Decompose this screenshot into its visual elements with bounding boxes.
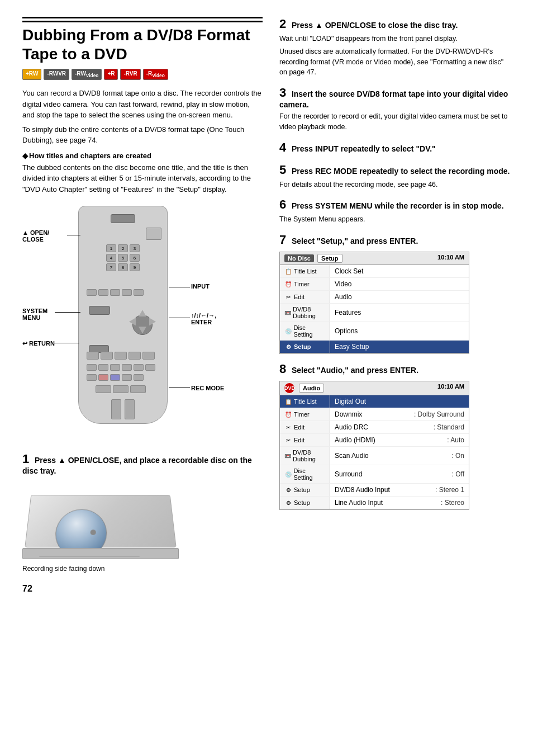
step-7-title: Select "Setup," and press ENTER. <box>292 237 418 245</box>
step-2-body2: Unused discs are automatically formatted… <box>279 46 511 78</box>
tall-btn-2 <box>125 399 135 419</box>
menu-8-value-2: : Dolby Surround <box>414 410 464 418</box>
small-btn-5 <box>134 289 144 296</box>
menu-7-row-6: ⚙Setup Easy Setup <box>280 341 469 353</box>
menu-8-value-7: : Stereo 1 <box>435 486 464 494</box>
menu-8-label-3: Audio DRC <box>335 423 368 431</box>
step-3-title: Insert the source DV/D8 format tape into… <box>279 89 508 109</box>
menu-8-row-digital-out: 📋Title List Digital Out <box>280 395 469 408</box>
setup-icon: ⚙ <box>284 343 292 351</box>
menu-8-row-3: ✂Edit Audio DRC : Standard <box>280 421 469 434</box>
menu-8-content-6: Surround : Off <box>330 465 469 483</box>
menu-step-7: No Disc Setup 10:10 AM 📋Title List Clock… <box>279 252 469 354</box>
callout-rec-mode: REC MODE <box>191 385 224 391</box>
tray-line <box>39 556 140 557</box>
line-input <box>169 287 190 287</box>
num-1: 1 <box>106 244 116 252</box>
step-2: 2 Press ▲ OPEN/CLOSE to close the disc t… <box>279 17 511 78</box>
br1-2 <box>98 364 108 371</box>
step-3-body: For the recorder to record or edit, your… <box>279 111 511 133</box>
line-nav-enter <box>169 318 190 318</box>
menu-7-sidebar-2: ⏰Timer <box>280 278 330 290</box>
br1-5 <box>134 364 144 371</box>
num-7: 7 <box>106 263 116 271</box>
tray-body <box>25 495 177 547</box>
tall-btn-1 <box>111 399 121 419</box>
br1-6 <box>145 364 155 371</box>
badge-rvr: -RVR <box>120 69 140 80</box>
menu-8-content-digital-out: Digital Out <box>330 395 469 408</box>
step-8: 8 Select "Audio," and press ENTER. DVD A… <box>279 362 511 510</box>
disc-setting-icon-2: 💿 <box>284 470 292 478</box>
menu-8-label-7: DV/D8 Audio Input <box>335 486 390 494</box>
menu-8-sidebar-8: ⚙Setup <box>280 497 330 509</box>
br2-5 <box>134 374 144 381</box>
menu-7-sidebar-3: ✂Edit <box>280 291 330 303</box>
line-system-menu <box>55 312 80 313</box>
dvd8-icon: 📼 <box>284 309 291 316</box>
menu-8-sidebar-1: 📋Title List <box>280 395 330 408</box>
num-6: 6 <box>130 254 140 262</box>
menu-8-label-2: Downmix <box>335 410 362 418</box>
dvd8-icon-2: 📼 <box>284 452 291 460</box>
menu-7-row-2: ⏰Timer Video <box>280 278 469 291</box>
title-list-icon-2: 📋 <box>284 398 292 405</box>
menu-8-content-8: Line Audio Input : Stereo <box>330 497 469 509</box>
menu-8-content-3: Audio DRC : Standard <box>330 421 469 433</box>
menu-7-content-4: Features <box>330 304 469 322</box>
step-5: 5 Press REC MODE repeatedly to select th… <box>279 163 511 190</box>
step-3: 3 Insert the source DV/D8 format tape in… <box>279 86 511 133</box>
tray-edge <box>22 548 179 559</box>
playback-buttons <box>87 352 155 360</box>
disc-badges: +RW -RWVR -RWVideo +R -RVR -RVideo <box>22 69 263 80</box>
step-6-title: Press SYSTEM MENU while the recorder is … <box>292 201 504 210</box>
play-btn-2 <box>101 352 113 360</box>
menu-7-sidebar-5: 💿Disc Setting <box>280 322 330 340</box>
menu-7-content-6: Easy Setup <box>330 341 469 353</box>
menu-7-tab-inactive: No Disc <box>284 254 314 262</box>
tall-buttons <box>111 399 135 419</box>
step-7: 7 Select "Setup," and press ENTER. No Di… <box>279 233 511 354</box>
num-4: 4 <box>106 254 116 262</box>
step-1-title: Press ▲ OPEN/CLOSE, and place a recordab… <box>22 456 252 475</box>
step-3-number: 3 <box>279 86 286 100</box>
nav-right <box>149 318 156 325</box>
br2-1 <box>87 374 97 381</box>
menu-7-content-1: Clock Set <box>330 265 469 277</box>
menu-7-content-2: Video <box>330 278 469 290</box>
step-1-caption: Recording side facing down <box>22 565 263 573</box>
step-6-number: 6 <box>279 197 286 211</box>
edit-icon-3: ✂ <box>284 436 292 444</box>
row-btns-1 <box>87 289 144 296</box>
menu-7-header: No Disc Setup 10:10 AM <box>280 252 469 265</box>
menu-8-row-8: ⚙Setup Line Audio Input : Stereo <box>280 497 469 509</box>
menu-8-sidebar-6: 💿Disc Setting <box>280 465 330 483</box>
menu-8-tab-active: Audio <box>299 384 324 393</box>
small-btn-4 <box>122 289 132 296</box>
intro-p1: You can record a DV/D8 format tape onto … <box>22 88 263 121</box>
right-column: 2 Press ▲ OPEN/CLOSE to close the disc t… <box>279 17 511 594</box>
step-4-number: 4 <box>279 140 286 154</box>
menu-8-row-6: 💿Disc Setting Surround : Off <box>280 465 469 484</box>
num-3: 3 <box>130 244 140 252</box>
remote-diagram: 1 2 3 4 5 6 7 8 9 <box>22 200 235 441</box>
menu-8-label-8: Line Audio Input <box>335 499 383 507</box>
callout-open-close: ▲ OPEN/CLOSE <box>22 229 49 243</box>
menu-8-content-5: Scan Audio : On <box>330 447 469 465</box>
badge-rwvr: -RWVR <box>44 69 69 80</box>
menu-8-row-4: ✂Edit Audio (HDMI) : Auto <box>280 434 469 447</box>
disc-tray-illustration <box>22 481 179 559</box>
menu-7-row-1: 📋Title List Clock Set <box>280 265 469 278</box>
step-1: 1 Press ▲ OPEN/CLOSE, and place a record… <box>22 452 263 573</box>
small-btn-1 <box>87 289 97 296</box>
menu-8-label-5: Scan Audio <box>335 452 369 460</box>
intro-p2: To simply dub the entire contents of a D… <box>22 124 263 146</box>
menu-8-label-4: Audio (HDMI) <box>335 436 375 444</box>
menu-8-value-4: : Auto <box>447 436 464 444</box>
menu-7-time: 10:10 AM <box>437 254 464 263</box>
br2-2 <box>98 374 108 381</box>
step-5-body: For details about the recording mode, se… <box>279 179 511 190</box>
badge-r: +R <box>104 69 118 80</box>
rec-mode-area <box>96 385 146 393</box>
br2-4 <box>122 374 132 381</box>
